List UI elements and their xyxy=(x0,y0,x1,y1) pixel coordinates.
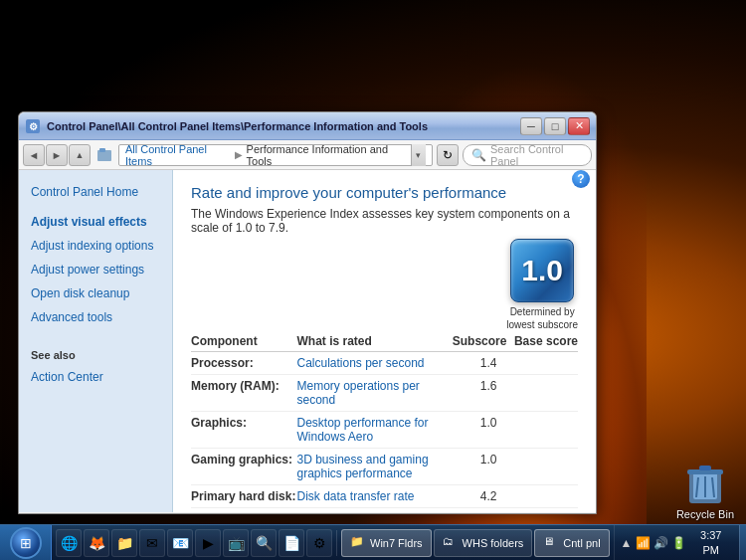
recycle-bin-icon xyxy=(685,462,725,505)
tray-volume[interactable]: 🔊 xyxy=(653,535,668,551)
main-title: Rate and improve your computer's perform… xyxy=(191,184,578,201)
cntlpnl-icon: 🖥 xyxy=(543,535,559,551)
sidebar: Control Panel Home Adjust visual effects… xyxy=(19,170,173,512)
address-icon xyxy=(96,147,112,163)
taskbar-btn-whs[interactable]: 🗂 WHS folders xyxy=(434,529,533,557)
taskbar-icon-outlook[interactable]: 📧 xyxy=(167,529,193,557)
row-processor-basescore xyxy=(506,352,578,375)
col-subscore: Subscore xyxy=(448,331,506,352)
path-all-control-panel[interactable]: All Control Panel Items xyxy=(125,143,231,167)
row-disk-component: Primary hard disk: xyxy=(191,485,296,508)
col-rated: What is rated xyxy=(296,331,448,352)
tray-battery[interactable]: 🔋 xyxy=(671,535,686,551)
window-icon: ⚙ xyxy=(25,118,41,134)
row-gaming-subscore: 1.0 xyxy=(448,449,506,485)
whs-icon: 🗂 xyxy=(443,535,459,551)
score-badge: 1.0 xyxy=(510,239,574,302)
content-area: Control Panel Home Adjust visual effects… xyxy=(19,170,596,512)
taskbar-btn-win7fldrs-label: Win7 Fldrs xyxy=(370,537,423,549)
taskbar: 🌐 🦊 📁 ✉ 📧 ▶ 📺 🔍 📄 ⚙ 📁 Win7 Fldrs 🗂 WHS f… xyxy=(0,524,746,560)
tray-expand[interactable]: ▲ xyxy=(621,535,633,551)
sidebar-item-advanced[interactable]: Advanced tools xyxy=(19,305,172,329)
table-row: Memory (RAM): Memory operations per seco… xyxy=(191,375,578,412)
sidebar-section: Adjust visual effects Adjust indexing op… xyxy=(19,210,172,329)
tray-network[interactable]: 📶 xyxy=(636,535,651,551)
row-graphics-subscore: 1.0 xyxy=(448,412,506,449)
show-desktop-button[interactable] xyxy=(739,525,746,561)
table-row: Primary hard disk: Disk data transfer ra… xyxy=(191,485,578,508)
recycle-bin-label: Recycle Bin xyxy=(676,508,734,520)
row-processor-subscore: 1.4 xyxy=(448,352,506,375)
minimize-button[interactable]: ─ xyxy=(520,117,542,135)
sidebar-item-indexing[interactable]: Adjust indexing options xyxy=(19,234,172,258)
search-placeholder: Search Control Panel xyxy=(490,143,583,167)
taskbar-btn-cntlpnl[interactable]: 🖥 Cntl pnl xyxy=(534,529,609,557)
path-performance: Performance Information and Tools xyxy=(247,143,407,167)
nav-buttons: ◄ ► ▲ xyxy=(23,144,91,166)
address-path[interactable]: All Control Panel Items ▶ Performance In… xyxy=(118,144,433,166)
close-button[interactable]: ✕ xyxy=(568,117,590,135)
main-subtitle: The Windows Experience Index assesses ke… xyxy=(191,207,578,235)
start-orb xyxy=(10,527,42,559)
clock-time: 3:37 PM xyxy=(697,528,726,557)
row-disk-rated: Disk data transfer rate xyxy=(296,485,448,508)
window-title: Control Panel\All Control Panel Items\Pe… xyxy=(47,120,520,132)
sidebar-item-visual-effects[interactable]: Adjust visual effects xyxy=(19,210,172,234)
row-ram-subscore: 1.6 xyxy=(448,375,506,412)
path-dropdown[interactable]: ▾ xyxy=(411,144,426,166)
table-row: Graphics: Desktop performance for Window… xyxy=(191,412,578,449)
sidebar-item-home[interactable]: Control Panel Home xyxy=(19,180,172,204)
title-bar[interactable]: ⚙ Control Panel\All Control Panel Items\… xyxy=(19,112,596,140)
maximize-button[interactable]: □ xyxy=(544,117,566,135)
help-button[interactable]: ? xyxy=(572,170,590,188)
sys-tray: ▲ 📶 🔊 🔋 3:37 PM xyxy=(614,525,739,560)
search-box[interactable]: 🔍 Search Control Panel xyxy=(463,144,592,166)
score-table: Component What is rated Subscore Base sc… xyxy=(191,331,578,508)
taskbar-icon-tv[interactable]: 📺 xyxy=(223,529,249,557)
taskbar-btn-whs-label: WHS folders xyxy=(463,537,524,549)
control-panel-window: ⚙ Control Panel\All Control Panel Items\… xyxy=(18,111,597,514)
taskbar-icon-docs[interactable]: 📄 xyxy=(279,529,304,557)
row-gaming-component: Gaming graphics: xyxy=(191,449,296,485)
sidebar-item-power[interactable]: Adjust power settings xyxy=(19,258,172,281)
win7fldrs-icon: 📁 xyxy=(350,535,366,551)
row-graphics-component: Graphics: xyxy=(191,412,296,449)
svg-rect-3 xyxy=(699,466,711,470)
up-button[interactable]: ▲ xyxy=(69,144,91,166)
row-graphics-rated: Desktop performance for Windows Aero xyxy=(296,412,448,449)
row-ram-component: Memory (RAM): xyxy=(191,375,296,412)
table-row: Gaming graphics: 3D business and gaming … xyxy=(191,449,578,485)
taskbar-icon-folder[interactable]: 📁 xyxy=(111,529,137,557)
row-processor-component: Processor: xyxy=(191,352,296,375)
see-also-label: See also xyxy=(19,349,172,365)
taskbar-icon-search[interactable]: 🔍 xyxy=(251,529,277,557)
taskbar-icon-media[interactable]: ▶ xyxy=(195,529,221,557)
sidebar-item-disk-cleanup[interactable]: Open disk cleanup xyxy=(19,281,172,305)
sidebar-item-action-center[interactable]: Action Center xyxy=(19,365,172,389)
taskbar-icon-settings[interactable]: ⚙ xyxy=(306,529,332,557)
row-gaming-basescore xyxy=(506,449,578,485)
score-badge-wrapper: 1.0 Determined bylowest subscore xyxy=(506,239,578,331)
row-disk-subscore: 4.2 xyxy=(448,485,506,508)
desktop: Recycle Bin ⚙ Control Panel\All Control … xyxy=(0,0,746,560)
back-button[interactable]: ◄ xyxy=(23,144,45,166)
recycle-bin[interactable]: Recycle Bin xyxy=(676,462,734,520)
window-controls: ─ □ ✕ xyxy=(520,117,590,135)
refresh-button[interactable]: ↻ xyxy=(437,144,459,166)
row-ram-basescore xyxy=(506,375,578,412)
address-bar: ◄ ► ▲ All Control Panel Items ▶ Performa… xyxy=(19,140,596,170)
taskbar-icon-firefox[interactable]: 🦊 xyxy=(84,529,109,557)
row-gaming-rated: 3D business and gaming graphics performa… xyxy=(296,449,448,485)
taskbar-btn-win7fldrs[interactable]: 📁 Win7 Fldrs xyxy=(341,529,432,557)
row-processor-rated: Calculations per second xyxy=(296,352,448,375)
start-button[interactable] xyxy=(0,525,52,561)
taskbar-icon-ie[interactable]: 🌐 xyxy=(56,529,82,557)
taskbar-icon-mail[interactable]: ✉ xyxy=(139,529,165,557)
row-disk-basescore xyxy=(506,485,578,508)
taskbar-items: 🌐 🦊 📁 ✉ 📧 ▶ 📺 🔍 📄 ⚙ 📁 Win7 Fldrs 🗂 WHS f… xyxy=(52,525,614,560)
clock[interactable]: 3:37 PM xyxy=(689,528,734,557)
col-component: Component xyxy=(191,331,296,352)
forward-button[interactable]: ► xyxy=(46,144,68,166)
badge-label: Determined bylowest subscore xyxy=(506,305,578,331)
taskbar-divider xyxy=(336,530,337,556)
